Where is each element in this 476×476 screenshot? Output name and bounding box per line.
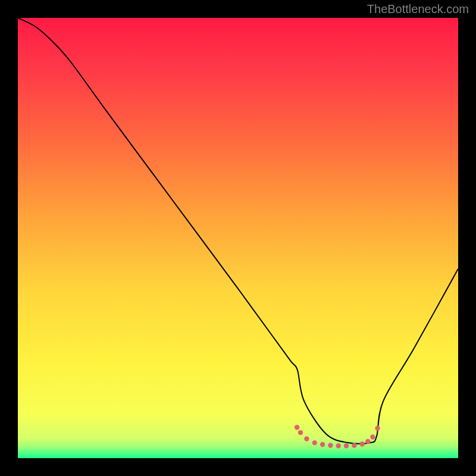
chart-plot-area: [18, 18, 458, 458]
watermark-text: TheBottleneck.com: [367, 2, 469, 16]
marker-dot: [336, 443, 341, 448]
marker-dot: [344, 443, 349, 448]
chart-svg: [18, 18, 458, 458]
marker-dot: [295, 425, 299, 430]
chart-background: [18, 18, 458, 458]
marker-dot: [370, 434, 375, 439]
marker-dot: [365, 439, 370, 444]
marker-dot: [304, 436, 309, 441]
marker-dot: [328, 443, 333, 447]
marker-dot: [375, 425, 380, 430]
marker-dot: [352, 443, 356, 447]
marker-dot: [312, 440, 317, 445]
marker-dot: [359, 441, 364, 446]
marker-dot: [320, 442, 325, 447]
marker-dot: [298, 430, 303, 435]
